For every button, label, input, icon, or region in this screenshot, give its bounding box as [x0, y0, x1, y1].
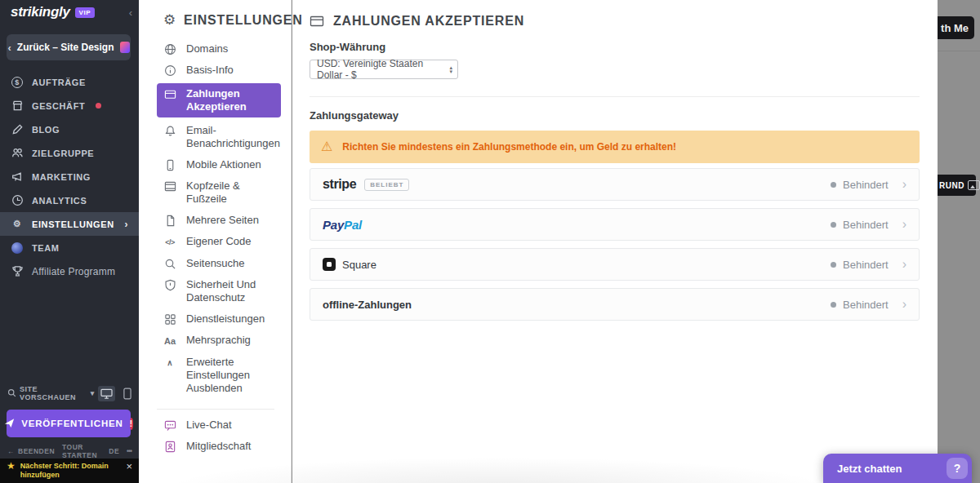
gateway-row-paypal[interactable]: PayPal Behindert ›	[310, 208, 920, 241]
settings-item-domains[interactable]: Domains	[163, 38, 281, 60]
sidebar-item-team[interactable]: TEAM	[0, 236, 139, 259]
settings-item-erweiterte-ausblenden[interactable]: ∧ Erweiterte Einstellungen Ausblenden	[163, 352, 281, 399]
sidebar-item-label: Affiliate Programm	[32, 266, 115, 277]
settings-item-basis-info[interactable]: Basis-Info	[163, 60, 281, 81]
sidebar-item-zielgruppe[interactable]: ZIELGRUPPE	[0, 141, 139, 165]
close-icon[interactable]: ×	[126, 462, 132, 471]
megaphone-icon	[11, 171, 24, 183]
live-chat-launcher[interactable]: Jetzt chatten ?	[823, 454, 972, 483]
sidebar-item-auftraege[interactable]: $ AUFTRÄGE	[0, 70, 139, 94]
sidebar-item-marketing[interactable]: MARKETING	[0, 165, 139, 188]
gateway-row-square[interactable]: Square Behindert ›	[310, 248, 920, 281]
help-question-button[interactable]: ?	[947, 458, 968, 479]
caret-down-icon: ▾	[91, 389, 95, 397]
settings-item-label: Seitensuche	[186, 257, 245, 270]
gateway-row-stripe[interactable]: stripe BELIEBT Behindert ›	[310, 168, 920, 201]
page-title-label: ZAHLUNGEN AKZEPTIEREN	[333, 14, 524, 29]
star-icon: ★	[7, 462, 16, 471]
site-preview-dropdown[interactable]: SITE VORSCHAUEN ▾	[0, 383, 139, 404]
desktop-preview-toggle[interactable]	[98, 386, 115, 401]
logo-row: strikingly VIP ‹	[0, 0, 139, 21]
offline-payments-label: offline-Zahlungen	[323, 299, 412, 311]
feather-pen-icon	[11, 123, 24, 135]
site-design-doc-icon	[120, 42, 130, 53]
settings-item-seitensuche[interactable]: Seitensuche	[163, 253, 281, 274]
sidebar-item-einstellungen[interactable]: ⚙ EINSTELLUNGEN ›	[0, 212, 139, 236]
settings-item-zahlungen-akzeptieren[interactable]: Zahlungen Akzeptieren	[157, 83, 281, 117]
pages-icon	[163, 215, 176, 227]
popular-badge: BELIEBT	[364, 179, 409, 191]
settings-item-eigener-code[interactable]: </> Eigener Code	[163, 231, 281, 253]
sidebar-item-blog[interactable]: BLOG	[0, 117, 139, 141]
chevron-right-icon[interactable]: ›	[902, 299, 906, 310]
settings-item-kopfzeile-fusszeile[interactable]: Kopfzeile & Fußzeile	[163, 175, 281, 210]
background-button-label: RUND	[939, 181, 964, 190]
gear-icon: ⚙	[163, 11, 176, 29]
settings-item-label: Live-Chat	[186, 419, 232, 432]
underlying-nav-button-partial[interactable]: th Me	[938, 16, 974, 39]
credit-card-icon	[310, 15, 324, 28]
more-options-icon[interactable]: •••	[127, 447, 131, 455]
settings-item-mehrsprachig[interactable]: Aa Mehrsprachig	[163, 330, 281, 352]
settings-item-label: Kopfzeile & Fußzeile	[186, 179, 281, 206]
settings-nav-divider	[157, 409, 274, 410]
settings-item-mitgliedschaft[interactable]: Mitgliedschaft	[163, 436, 281, 457]
settings-item-label: Mitgliedschaft	[186, 440, 251, 453]
settings-item-mehrere-seiten[interactable]: Mehrere Seiten	[163, 210, 281, 231]
paypal-logo: PayPal	[323, 218, 362, 232]
sidebar-item-geschaeft[interactable]: GESCHÄFT	[0, 94, 139, 117]
chevron-right-icon[interactable]: ›	[902, 219, 906, 230]
tour-quit-link[interactable]: BEENDEN	[18, 447, 55, 455]
payments-settings-panel: ZAHLUNGEN AKZEPTIEREN Shop-Währung USD: …	[292, 0, 938, 483]
language-selector[interactable]: DE	[109, 447, 119, 455]
dollar-circle-icon: $	[11, 77, 24, 88]
settings-item-email-benachrichtigungen[interactable]: Email-Benachrichtigungen	[163, 120, 281, 154]
page-title: ZAHLUNGEN AKZEPTIEREN	[292, 0, 938, 29]
currency-select-value: USD: Vereinigte Staaten Dollar - $	[317, 58, 449, 81]
back-to-site-design-button[interactable]: ‹ Zurück – Site Design	[7, 34, 131, 60]
publish-button[interactable]: VERÖFFENTLICHEN !	[7, 410, 131, 437]
tour-start-link[interactable]: TOUR STARTEN	[62, 443, 101, 459]
site-preview-label: SITE VORSCHAUEN	[20, 385, 87, 401]
gateway-row-offline[interactable]: offline-Zahlungen Behindert ›	[310, 288, 920, 321]
chevron-right-icon: ›	[124, 219, 128, 230]
settings-item-sicherheit-datenschutz[interactable]: Sicherheit Und Datenschutz	[163, 274, 281, 308]
status-dot	[831, 182, 836, 188]
search-icon	[163, 258, 176, 270]
mobile-preview-toggle[interactable]	[123, 388, 131, 400]
settings-panel-title: ⚙ EINSTELLUNGEN	[139, 0, 291, 29]
send-icon	[4, 418, 15, 430]
settings-item-label: Sicherheit Und Datenschutz	[186, 278, 281, 304]
edit-background-button-partial[interactable]: RUND	[938, 175, 976, 196]
header-footer-icon	[163, 180, 176, 193]
vip-badge: VIP	[75, 7, 95, 18]
sidebar-item-affiliate-programm[interactable]: Affiliate Programm	[0, 259, 139, 283]
people-icon	[11, 147, 24, 159]
currency-label: Shop-Währung	[310, 41, 920, 53]
status-label: Behindert	[843, 219, 889, 231]
settings-item-dienstleistungen[interactable]: Dienstleistungen	[163, 308, 281, 330]
collapse-sidebar-icon[interactable]: ‹	[129, 7, 132, 19]
sidebar-item-label: ANALYTICS	[32, 196, 87, 206]
sidebar-item-label: AUFTRÄGE	[32, 78, 86, 87]
currency-select[interactable]: USD: Vereinigte Staaten Dollar - $ ▴▾	[310, 60, 458, 79]
sidebar-bottom-block: SITE VORSCHAUEN ▾ VERÖFFENTLICHEN ! ← BE…	[0, 383, 139, 483]
gear-icon: ⚙	[11, 219, 24, 229]
warning-icon: ⚠	[321, 140, 332, 153]
settings-extra-list: Live-Chat Mitgliedschaft	[139, 413, 291, 457]
settings-nav-panel: ⚙ EINSTELLUNGEN Domains Basis-Info Zah	[139, 0, 292, 483]
chevron-right-icon[interactable]: ›	[902, 179, 906, 190]
settings-item-label: Zahlungen Akzeptieren	[186, 87, 274, 113]
team-sphere-icon	[11, 242, 24, 254]
chevron-right-icon[interactable]: ›	[902, 259, 906, 270]
underlying-site-strip: th Me RUND	[938, 0, 980, 483]
settings-item-live-chat[interactable]: Live-Chat	[163, 414, 281, 436]
sidebar-item-label: ZIELGRUPPE	[32, 148, 94, 158]
settings-item-mobile-aktionen[interactable]: Mobile Aktionen	[163, 154, 281, 175]
search-icon	[7, 388, 16, 399]
language-icon: Aa	[163, 335, 176, 348]
sidebar-item-analytics[interactable]: ANALYTICS	[0, 188, 139, 212]
chat-bubble-icon	[163, 419, 176, 432]
settings-nav-list: Domains Basis-Info Zahlungen Akzeptieren…	[139, 29, 291, 399]
status-label: Behindert	[843, 299, 889, 311]
